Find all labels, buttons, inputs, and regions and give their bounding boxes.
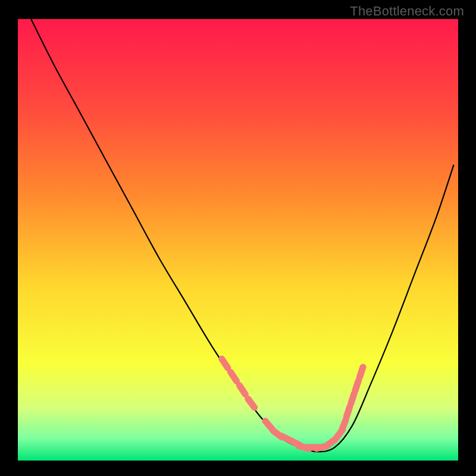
plot-background (18, 19, 458, 461)
highlight-point (351, 394, 355, 404)
highlight-point (342, 420, 346, 430)
highlight-point (346, 407, 350, 417)
chart-frame: TheBottleneck.com (0, 0, 476, 476)
highlight-point (355, 380, 359, 390)
watermark-label: TheBottleneck.com (350, 4, 464, 19)
bottleneck-chart (0, 0, 476, 476)
highlight-point (359, 367, 363, 377)
